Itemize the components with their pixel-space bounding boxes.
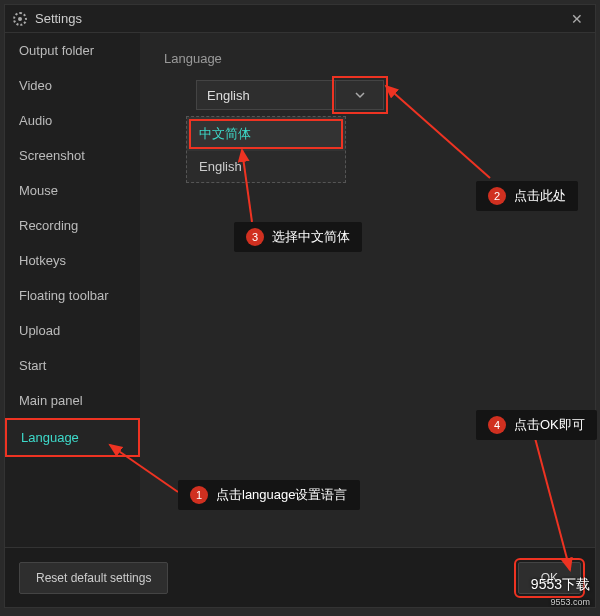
annotation-1: 1 点击language设置语言 (178, 480, 360, 510)
sidebar-item-language[interactable]: Language (5, 418, 140, 457)
sidebar-item-start[interactable]: Start (5, 348, 140, 383)
annotation-text: 点击language设置语言 (216, 486, 348, 504)
annotation-text: 点击此处 (514, 187, 566, 205)
language-label: Language (164, 51, 571, 66)
language-dropdown: 中文简体English (186, 116, 346, 183)
sidebar-item-screenshot[interactable]: Screenshot (5, 138, 140, 173)
sidebar-item-upload[interactable]: Upload (5, 313, 140, 348)
watermark: 9553下载 9553.com (531, 577, 590, 608)
annotation-4: 4 点击OK即可 (476, 410, 597, 440)
annotation-2: 2 点击此处 (476, 181, 578, 211)
gear-icon (13, 12, 27, 26)
sidebar-item-recording[interactable]: Recording (5, 208, 140, 243)
close-icon[interactable]: ✕ (567, 9, 587, 29)
annotation-3: 3 选择中文简体 (234, 222, 362, 252)
sidebar-item-mouse[interactable]: Mouse (5, 173, 140, 208)
chevron-down-icon[interactable] (336, 80, 384, 110)
sidebar-item-main-panel[interactable]: Main panel (5, 383, 140, 418)
sidebar-item-hotkeys[interactable]: Hotkeys (5, 243, 140, 278)
titlebar: Settings ✕ (5, 5, 595, 33)
annotation-badge: 4 (488, 416, 506, 434)
annotation-badge: 1 (190, 486, 208, 504)
annotation-badge: 3 (246, 228, 264, 246)
reset-button[interactable]: Reset default settings (19, 562, 168, 594)
sidebar-item-audio[interactable]: Audio (5, 103, 140, 138)
annotation-text: 选择中文简体 (272, 228, 350, 246)
annotation-badge: 2 (488, 187, 506, 205)
sidebar: Output folderVideoAudioScreenshotMouseRe… (5, 33, 140, 547)
body: Output folderVideoAudioScreenshotMouseRe… (5, 33, 595, 547)
sidebar-item-output-folder[interactable]: Output folder (5, 33, 140, 68)
sidebar-item-video[interactable]: Video (5, 68, 140, 103)
language-select-value: English (196, 80, 336, 110)
window-title: Settings (35, 11, 82, 26)
settings-window: Settings ✕ Output folderVideoAudioScreen… (4, 4, 596, 608)
footer: Reset default settings OK (5, 547, 595, 607)
language-select[interactable]: English (196, 80, 571, 110)
content-panel: Language English 中文简体English (140, 33, 595, 547)
dropdown-option-1[interactable]: English (187, 151, 345, 182)
dropdown-option-0[interactable]: 中文简体 (187, 117, 345, 151)
sidebar-item-floating-toolbar[interactable]: Floating toolbar (5, 278, 140, 313)
annotation-text: 点击OK即可 (514, 416, 585, 434)
